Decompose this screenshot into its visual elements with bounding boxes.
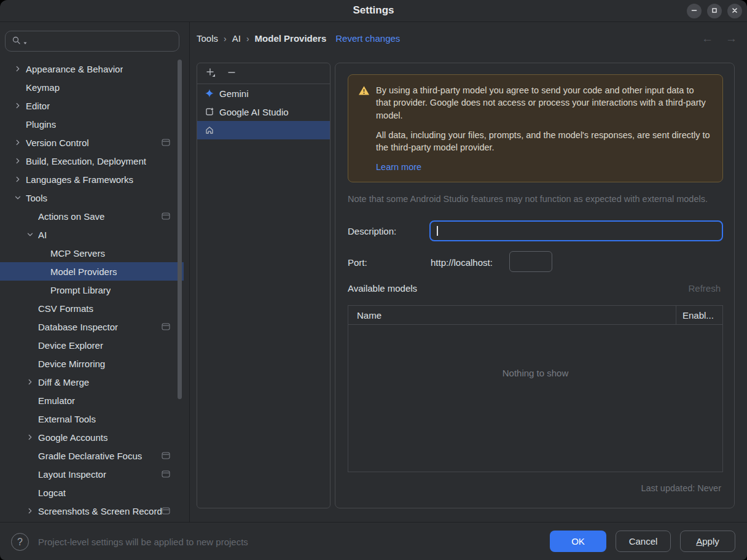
table-header: Name Enabl... (348, 306, 722, 325)
chevron-right-icon[interactable] (14, 175, 26, 184)
screen-badge-icon (162, 323, 170, 330)
close-button[interactable] (727, 4, 742, 18)
column-header-name[interactable]: Name (348, 306, 676, 324)
sidebar-item-google-accounts[interactable]: Google Accounts (0, 428, 184, 446)
sidebar-item-ai[interactable]: AI (0, 225, 184, 244)
sidebar-item-languages-frameworks[interactable]: Languages & Frameworks (0, 170, 184, 189)
sidebar-item-device-mirroring[interactable]: Device Mirroring (0, 354, 184, 373)
breadcrumb-item[interactable]: AI (232, 33, 241, 44)
sidebar-item-label: Gradle Declarative Focus (38, 451, 142, 461)
sidebar-item-csv-formats[interactable]: CSV Formats (0, 299, 184, 317)
external-models-note: Note that some Android Studio features m… (348, 194, 708, 204)
sidebar-item-build-execution-deployment[interactable]: Build, Execution, Deployment (0, 152, 184, 170)
sidebar-item-label: Build, Execution, Deployment (26, 156, 146, 166)
sidebar-item-prompt-library[interactable]: Prompt Library (0, 281, 184, 299)
sidebar-item-tools[interactable]: Tools (0, 189, 184, 207)
column-header-enabled[interactable]: Enabl... (676, 306, 722, 324)
provider-item-gemini[interactable]: Gemini (197, 84, 330, 103)
chevron-right-icon[interactable] (14, 138, 26, 147)
sidebar-item-diff-merge[interactable]: Diff & Merge (0, 373, 184, 391)
sidebar-item-gradle-declarative-focus[interactable]: Gradle Declarative Focus (0, 446, 184, 465)
help-button[interactable]: ? (11, 533, 29, 551)
sidebar-item-label: Prompt Library (50, 285, 111, 295)
chevron-down-icon[interactable] (26, 230, 38, 239)
back-arrow-icon[interactable]: ← (702, 32, 713, 45)
maximize-button[interactable] (707, 4, 722, 18)
chevron-right-icon[interactable] (26, 378, 38, 386)
add-provider-button[interactable] (205, 66, 217, 80)
sidebar-item-screenshots-screen-recordi[interactable]: Screenshots & Screen Recordi (0, 502, 184, 520)
window-controls (687, 4, 742, 18)
description-input[interactable] (431, 222, 722, 240)
sidebar-item-label: Version Control (26, 138, 89, 148)
sidebar-item-appearance-behavior[interactable]: Appearance & Behavior (0, 60, 184, 78)
titlebar: Settings (0, 0, 747, 22)
sidebar-item-layout-inspector[interactable]: Layout Inspector (0, 465, 184, 483)
screen-badge-icon (162, 139, 170, 146)
tree-scrollbar[interactable] (178, 60, 182, 399)
sidebar-item-version-control[interactable]: Version Control (0, 133, 184, 152)
footer-hint-text: Project-level settings will be applied t… (38, 537, 248, 547)
sidebar-item-editor[interactable]: Editor (0, 96, 184, 115)
maximize-icon (710, 6, 719, 17)
text-caret (437, 226, 438, 236)
sidebar-item-logcat[interactable]: Logcat (0, 483, 184, 502)
forward-arrow-icon[interactable]: → (725, 32, 737, 45)
port-input[interactable] (509, 251, 552, 272)
minimize-icon (690, 6, 698, 17)
sidebar-item-keymap[interactable]: Keymap (0, 78, 184, 96)
remove-icon (227, 68, 237, 79)
provider-item-new[interactable] (197, 121, 330, 139)
dialog-buttons: OKCancelApply (550, 531, 735, 552)
search-icon (12, 36, 22, 47)
third-party-warning-banner: By using a third-party model you agree t… (348, 74, 723, 182)
sidebar-item-emulator[interactable]: Emulator (0, 391, 184, 410)
port-label: Port: (348, 257, 367, 268)
sidebar-item-label: Device Mirroring (38, 359, 105, 369)
chevron-right-icon[interactable] (14, 64, 26, 73)
provider-toolbar (197, 63, 330, 84)
sidebar-item-mcp-servers[interactable]: MCP Servers (0, 244, 184, 262)
ok-button[interactable]: OK (550, 531, 606, 552)
sidebar-item-plugins[interactable]: Plugins (0, 115, 184, 133)
footer-bar: ? Project-level settings will be applied… (0, 522, 747, 560)
chevron-right-icon[interactable] (26, 433, 38, 441)
search-input[interactable] (29, 31, 179, 51)
chevron-right-icon[interactable] (26, 507, 38, 515)
sidebar-item-label: Tools (26, 193, 47, 203)
breadcrumb-item[interactable]: Model Providers (255, 33, 327, 44)
sidebar-item-database-inspector[interactable]: Database Inspector (0, 317, 184, 336)
learn-more-link[interactable]: Learn more (376, 161, 421, 173)
sidebar-item-label: AI (38, 230, 47, 240)
sidebar-item-label: Keymap (26, 82, 60, 93)
sidebar-item-label: Editor (26, 101, 50, 111)
sidebar-item-external-tools[interactable]: External Tools (0, 410, 184, 428)
sidebar-item-label: Layout Inspector (38, 469, 106, 480)
provider-item-google-ai-studio[interactable]: Google AI Studio (197, 103, 330, 121)
revert-changes-link[interactable]: Revert changes (335, 33, 400, 44)
port-prefix: http://localhost: (431, 257, 493, 268)
settings-search-box[interactable] (5, 31, 179, 52)
search-dropdown-icon[interactable] (23, 37, 28, 47)
warning-icon (358, 85, 370, 173)
breadcrumb-separator: › (224, 34, 227, 44)
screen-badge-icon (162, 470, 170, 478)
minimize-button[interactable] (687, 4, 702, 18)
chevron-right-icon[interactable] (14, 157, 26, 165)
sidebar-item-label: Device Explorer (38, 340, 103, 351)
last-updated-text: Last updated: Never (641, 483, 721, 493)
sidebar-item-actions-on-save[interactable]: Actions on Save (0, 207, 184, 225)
chevron-right-icon[interactable] (14, 101, 26, 110)
breadcrumb-item[interactable]: Tools (197, 33, 218, 44)
history-nav: ← → (702, 32, 737, 45)
sidebar-item-model-providers[interactable]: Model Providers (0, 262, 184, 281)
remove-provider-button[interactable] (225, 66, 238, 80)
cancel-button[interactable]: Cancel (616, 531, 671, 552)
provider-rows: GeminiGoogle AI Studio (197, 84, 330, 139)
sidebar-item-device-explorer[interactable]: Device Explorer (0, 336, 184, 354)
chevron-down-icon[interactable] (14, 193, 26, 202)
apply-button[interactable]: Apply (680, 531, 735, 552)
description-label: Description: (348, 226, 396, 236)
table-empty-text: Nothing to show (348, 325, 722, 378)
refresh-button[interactable]: Refresh (688, 283, 721, 294)
